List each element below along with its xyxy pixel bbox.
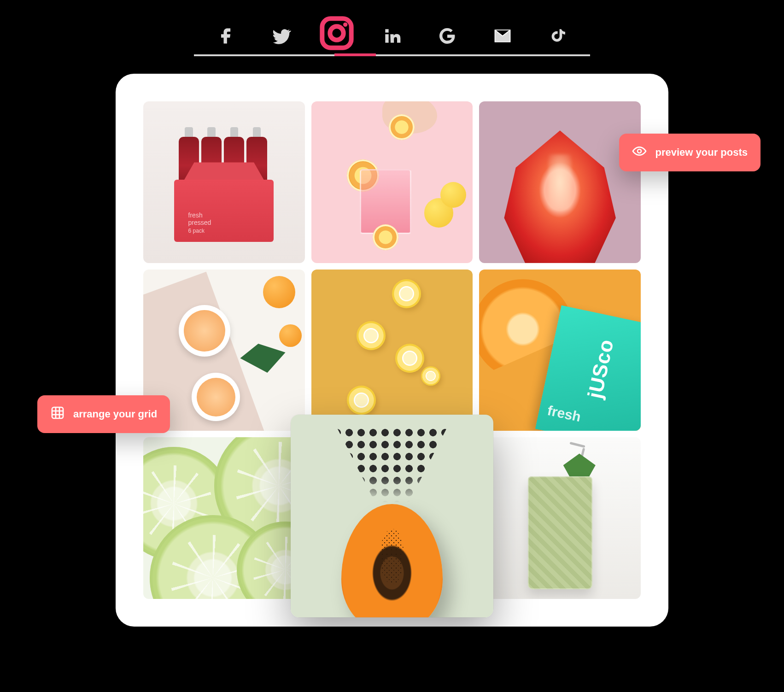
grid-tile-strawberry[interactable]: [479, 101, 641, 263]
tab-facebook[interactable]: [212, 23, 240, 51]
pack-text-line3: 6 pack: [188, 228, 211, 235]
social-tabs: [102, 0, 682, 60]
google-icon: [437, 26, 457, 48]
grid-tile-juice-pack[interactable]: fresh pressed 6 pack: [143, 101, 305, 263]
facebook-icon: [216, 26, 236, 48]
tab-email[interactable]: [489, 23, 516, 51]
svg-point-2: [343, 23, 347, 27]
pack-text-line1: fresh: [188, 211, 211, 219]
pack-text-line2: pressed: [188, 219, 211, 226]
juice-pack-illustration: fresh pressed 6 pack: [168, 123, 281, 242]
linkedin-icon: [382, 26, 402, 48]
svg-rect-0: [322, 18, 351, 47]
eye-icon: [632, 144, 647, 161]
instagram-icon: [318, 20, 355, 53]
carton-brand: jUSco: [583, 337, 618, 400]
tabs-underline: [194, 54, 590, 56]
grid-tile-lemon-slices[interactable]: [311, 270, 473, 431]
svg-point-3: [638, 149, 641, 153]
grid-icon: [50, 405, 65, 423]
tab-linkedin[interactable]: [378, 23, 406, 51]
tabs-underline-active: [334, 53, 376, 56]
svg-point-1: [330, 26, 343, 40]
svg-rect-4: [52, 407, 63, 418]
email-icon: [492, 26, 513, 48]
feed-preview-card: preview your posts arrange your grid fre…: [116, 74, 668, 627]
tab-tiktok[interactable]: [544, 23, 572, 51]
preview-posts-label: preview your posts: [655, 147, 748, 158]
preview-posts-badge[interactable]: preview your posts: [619, 134, 761, 171]
arrange-grid-label: arrange your grid: [73, 408, 157, 420]
tab-twitter[interactable]: [268, 23, 295, 51]
grid-tile-orange-carton[interactable]: jUSco fresh: [479, 270, 641, 431]
twitter-icon: [271, 26, 292, 48]
arrange-grid-badge[interactable]: arrange your grid: [37, 395, 170, 433]
carton-text: fresh: [546, 403, 582, 425]
tab-google[interactable]: [433, 23, 461, 51]
grid-tile-pink-lemonade[interactable]: [311, 101, 473, 263]
tab-instagram[interactable]: [323, 23, 351, 51]
grid-tile-papaya[interactable]: [291, 415, 493, 617]
grid-tile-green-smoothie[interactable]: [479, 437, 641, 599]
tiktok-icon: [548, 26, 568, 48]
grid-tile-lime-slices[interactable]: [143, 437, 305, 599]
